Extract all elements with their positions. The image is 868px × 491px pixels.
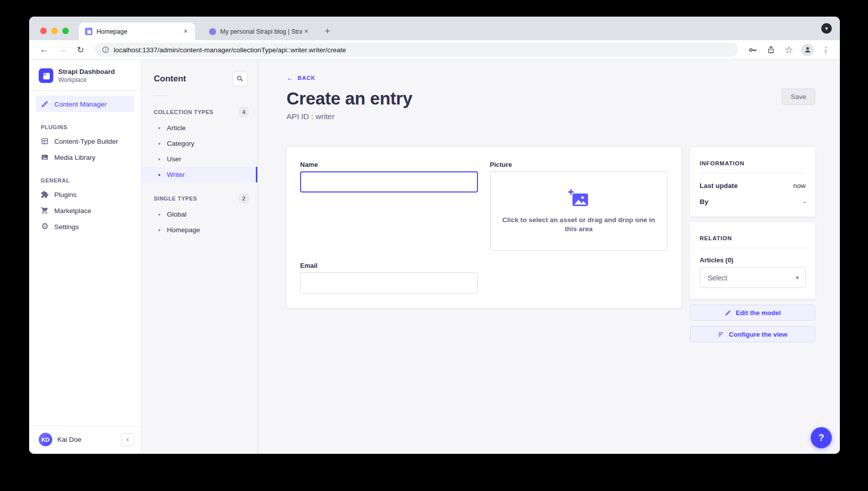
tab-homepage[interactable]: Homepage ✕ bbox=[79, 23, 195, 40]
bookmark-star-icon[interactable]: ☆ bbox=[782, 44, 796, 56]
new-tab-button[interactable]: + bbox=[322, 26, 333, 37]
information-title: INFORMATION bbox=[700, 157, 806, 166]
single-types-header: SINGLE TYPES 2 bbox=[141, 189, 257, 207]
by-label: By bbox=[700, 198, 708, 206]
entry-form-card: Name Picture bbox=[286, 147, 681, 308]
window-controls bbox=[40, 28, 69, 34]
sidebar-section-general: GENERAL bbox=[41, 177, 141, 183]
configure-view-button[interactable]: Configure the view bbox=[690, 326, 815, 342]
back-button[interactable]: ← bbox=[36, 45, 52, 55]
strapi-logo-icon bbox=[39, 68, 53, 83]
sidebar-item-plugins[interactable]: Plugins bbox=[36, 186, 134, 203]
minimize-window-button[interactable] bbox=[51, 28, 58, 34]
subnav-item-category[interactable]: Category bbox=[141, 136, 257, 151]
image-icon bbox=[41, 153, 49, 161]
sidebar-item-label: Media Library bbox=[54, 154, 95, 161]
close-window-button[interactable] bbox=[40, 28, 47, 34]
articles-select[interactable]: Select ▾ bbox=[700, 267, 806, 288]
picture-label: Picture bbox=[490, 161, 668, 168]
brand-block: Strapi Dashboard Workplace bbox=[29, 60, 141, 90]
content-subnav: Content COLLECTION TYPES 4 Article Cate bbox=[141, 60, 258, 454]
name-input[interactable] bbox=[300, 171, 478, 192]
meta-column: INFORMATION Last update now By - bbox=[690, 147, 815, 342]
layout-icon bbox=[41, 137, 49, 145]
divider bbox=[29, 90, 141, 91]
tab-close-icon[interactable]: ✕ bbox=[181, 27, 190, 36]
search-button[interactable] bbox=[232, 71, 248, 86]
tab-search-button[interactable]: ▼ bbox=[821, 23, 832, 34]
subnav-item-homepage[interactable]: Homepage bbox=[141, 222, 257, 238]
count-badge: 2 bbox=[239, 193, 249, 204]
sidebar-item-label: Plugins bbox=[54, 191, 76, 199]
back-arrow-icon: ← bbox=[286, 74, 294, 82]
user-name: Kai Doe bbox=[57, 436, 116, 443]
group-label: SINGLE TYPES bbox=[154, 195, 197, 202]
back-link[interactable]: ← BACK bbox=[286, 74, 316, 82]
subnav-item-label: Category bbox=[167, 140, 195, 147]
chrome-profile-avatar[interactable] bbox=[801, 44, 814, 56]
collapse-sidebar-button[interactable]: ‹ bbox=[121, 433, 134, 446]
email-label: Email bbox=[300, 262, 478, 269]
select-value: Select bbox=[708, 274, 727, 282]
browser-toolbar: ← → ↻ localhost:1337/admin/content-manag… bbox=[29, 40, 840, 60]
subnav-title: Content bbox=[154, 74, 186, 84]
strapi-app: Strapi Dashboard Workplace Content Manag… bbox=[29, 60, 840, 454]
user-avatar[interactable]: KD bbox=[39, 433, 52, 446]
subnav-item-writer[interactable]: Writer bbox=[141, 167, 257, 182]
subnav-item-label: Global bbox=[167, 211, 186, 218]
sidebar-item-label: Marketplace bbox=[54, 207, 91, 215]
page-title: Create an entry bbox=[286, 88, 412, 109]
subnav-item-user[interactable]: User bbox=[141, 151, 257, 167]
url-bar[interactable]: localhost:1337/admin/content-manager/col… bbox=[94, 43, 738, 57]
subnav-item-article[interactable]: Article bbox=[141, 120, 257, 136]
email-input[interactable] bbox=[300, 272, 478, 293]
maximize-window-button[interactable] bbox=[62, 28, 69, 34]
share-icon[interactable] bbox=[763, 45, 779, 54]
relation-card: RELATION Articles (0) Select ▾ bbox=[690, 222, 815, 299]
user-row: KD Kai Doe ‹ bbox=[29, 426, 141, 454]
save-button[interactable]: Save bbox=[782, 88, 815, 105]
help-button[interactable]: ? bbox=[811, 427, 832, 448]
sidebar-item-settings[interactable]: ⚙ Settings bbox=[36, 219, 134, 235]
sidebar-section-plugins: PLUGINS bbox=[41, 124, 141, 130]
site-info-icon[interactable] bbox=[102, 46, 110, 54]
bullet-icon bbox=[158, 158, 160, 160]
picture-upload-dropzone[interactable]: Click to select an asset or drag and dro… bbox=[490, 171, 668, 251]
email-field-group: Email bbox=[300, 262, 478, 293]
brand-title: Strapi Dashboard bbox=[58, 68, 115, 75]
sidebar-item-label: Content-Type Builder bbox=[54, 138, 118, 145]
screenshot-stage: Homepage ✕ My personal Strapi blog | Str… bbox=[0, 0, 868, 491]
bullet-icon bbox=[158, 174, 160, 176]
sidebar-item-content-manager[interactable]: Content Manager bbox=[36, 96, 134, 112]
sidebar-item-marketplace[interactable]: Marketplace bbox=[36, 203, 134, 219]
browser-window: Homepage ✕ My personal Strapi blog | Str… bbox=[29, 17, 840, 454]
brand-subtitle: Workplace bbox=[58, 76, 115, 83]
bullet-icon bbox=[158, 229, 160, 231]
subnav-item-label: User bbox=[167, 155, 181, 163]
subnav-item-label: Article bbox=[167, 124, 186, 132]
sidebar-item-media-library[interactable]: Media Library bbox=[36, 149, 134, 165]
group-label: COLLECTION TYPES bbox=[154, 109, 214, 115]
subnav-item-global[interactable]: Global bbox=[141, 207, 257, 222]
password-key-icon[interactable] bbox=[745, 45, 760, 55]
sidebar-bottom: KD Kai Doe ‹ bbox=[29, 426, 141, 454]
tab-close-icon[interactable]: ✕ bbox=[302, 27, 311, 36]
blog-favicon-icon bbox=[209, 28, 216, 35]
divider bbox=[154, 95, 166, 96]
url-text: localhost:1337/admin/content-manager/col… bbox=[114, 46, 346, 54]
browser-tab-strip: Homepage ✕ My personal Strapi blog | Str… bbox=[29, 17, 840, 40]
chevron-down-icon: ▾ bbox=[796, 274, 799, 281]
edit-model-button[interactable]: Edit the model bbox=[690, 305, 815, 321]
divider bbox=[700, 248, 806, 248]
back-label: BACK bbox=[298, 75, 316, 81]
tab-strapi-blog[interactable]: My personal Strapi blog | Strap ✕ bbox=[203, 23, 316, 40]
sidebar-item-content-type-builder[interactable]: Content-Type Builder bbox=[36, 133, 134, 149]
forward-button[interactable]: → bbox=[55, 45, 70, 55]
sidebar-item-label: Settings bbox=[54, 223, 79, 231]
configure-view-label: Configure the view bbox=[729, 331, 787, 338]
pencil-icon bbox=[725, 310, 731, 316]
reload-button[interactable]: ↻ bbox=[73, 45, 87, 55]
picture-field-group: Picture Click to select an asset or drag… bbox=[490, 161, 668, 251]
subnav-item-label: Writer bbox=[167, 171, 185, 178]
chrome-menu-icon[interactable]: ⋮ bbox=[819, 45, 833, 55]
